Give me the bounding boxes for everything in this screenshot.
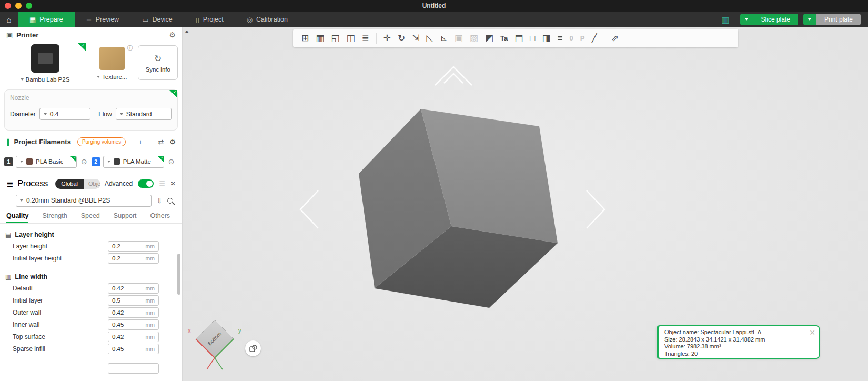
tab-prepare[interactable]: ▦ Prepare — [18, 12, 75, 27]
view-reset-button[interactable] — [245, 340, 261, 356]
minimize-window-button[interactable] — [15, 3, 22, 9]
param-unit: mm — [146, 255, 155, 262]
tab-label: Device — [152, 16, 172, 23]
param-label: Inner wall — [13, 321, 108, 328]
tab-others[interactable]: Others — [150, 212, 170, 223]
sync-filament-icon[interactable]: ⇄ — [158, 138, 164, 146]
filament-rows: 1 PLA Basic ⊙ 2 PLA Matte ⊙ — [0, 155, 182, 168]
workflow-icon[interactable]: ▥ — [721, 15, 729, 25]
close-window-button[interactable] — [5, 3, 11, 9]
process-icon: ≣ — [6, 179, 13, 189]
scope-objects-button[interactable]: Objects — [84, 179, 100, 189]
flow-value: Standard — [126, 111, 152, 118]
axis-gizmo[interactable]: Bottom x y — [188, 320, 241, 369]
param-row: Initial layer 0.5 mm — [0, 294, 182, 306]
group-title: Line width — [15, 273, 47, 280]
filament-1-select[interactable]: PLA Basic — [16, 156, 77, 168]
process-section-title: Process — [17, 179, 48, 188]
chevron-down-icon — [20, 199, 23, 202]
info-icon[interactable]: ⓘ — [127, 44, 133, 52]
project-icon: ▯ — [196, 16, 199, 24]
home-button[interactable]: ⌂ — [0, 12, 18, 27]
scope-global-button[interactable]: Global — [55, 179, 84, 189]
tab-label: Calibration — [256, 16, 288, 23]
compare-presets-icon[interactable]: ✕ — [170, 180, 176, 187]
param-value: 0.2 — [112, 255, 146, 262]
param-label: Layer height — [13, 243, 108, 250]
nozzle-flow-select[interactable]: Standard — [116, 108, 172, 120]
top-surface-line-width-input[interactable]: 0.42 mm — [108, 332, 159, 342]
printer-name: Bambu Lab P2S — [26, 76, 70, 83]
print-options-dropdown[interactable] — [803, 14, 816, 25]
tab-quality[interactable]: Quality — [6, 212, 28, 223]
tab-strength[interactable]: Strength — [42, 212, 67, 223]
build-plate-thumbnail — [99, 47, 125, 70]
filament-2-select[interactable]: PLA Matte — [103, 156, 164, 168]
zoom-window-button[interactable] — [26, 3, 32, 9]
process-preset-select[interactable]: 0.20mm Standard @BBL P2S — [16, 195, 152, 207]
purging-volumes-button[interactable]: Purging volumes — [77, 137, 126, 146]
param-unit: mm — [146, 346, 155, 352]
param-unit: mm — [146, 322, 155, 328]
model-cube[interactable] — [359, 109, 558, 308]
param-input[interactable] — [108, 363, 159, 374]
filament-2-edit-icon[interactable]: ⊙ — [168, 157, 175, 166]
tab-support[interactable]: Support — [114, 212, 137, 223]
add-filament-button[interactable]: + — [138, 138, 143, 146]
filament-1-badge: 1 — [4, 157, 13, 166]
search-settings-icon[interactable] — [167, 198, 173, 204]
inner-wall-line-width-input[interactable]: 0.45 mm — [108, 319, 159, 330]
param-row: Outer wall 0.42 mm — [0, 306, 182, 318]
parameter-list-icon[interactable]: ☰ — [159, 180, 165, 188]
layer-height-input[interactable]: 0.2 mm — [108, 241, 159, 252]
advanced-toggle[interactable] — [138, 179, 154, 188]
sparse-infill-line-width-input[interactable]: 0.45 mm — [108, 344, 159, 354]
filaments-section-header: ∥ Project Filaments Purging volumes + − … — [0, 135, 182, 148]
initial-layer-line-width-input[interactable]: 0.5 mm — [108, 295, 159, 306]
param-row: Default 0.42 mm — [0, 282, 182, 294]
param-value: 0.45 — [112, 322, 146, 328]
orbit-icon — [249, 344, 257, 353]
printer-section-header: ▣ Printer ⚙ — [0, 27, 182, 42]
print-plate-button[interactable]: Print plate — [816, 14, 861, 25]
chevron-down-icon — [745, 18, 748, 21]
plate-select-card[interactable]: Texture... ⓘ — [90, 43, 134, 86]
sync-info-label: Sync info — [146, 66, 170, 73]
param-value: 0.42 — [112, 334, 146, 340]
sync-info-button[interactable]: ↻ Sync info — [138, 45, 178, 80]
chevron-down-icon — [107, 161, 110, 163]
process-section-header: ≣ Process Global Objects Advanced ☰ ✕ — [0, 177, 182, 190]
tab-project[interactable]: ▯ Project — [184, 12, 235, 27]
printer-settings-gear-icon[interactable]: ⚙ — [169, 31, 176, 39]
slice-plate-button[interactable]: Slice plate — [753, 14, 798, 25]
param-label: Initial layer height — [13, 255, 108, 262]
save-preset-icon[interactable]: ⇩ — [156, 196, 163, 205]
default-line-width-input[interactable]: 0.42 mm — [108, 283, 159, 294]
device-icon: ▭ — [142, 16, 148, 24]
flow-label: Flow — [98, 111, 112, 118]
tab-preview[interactable]: ≣ Preview — [75, 12, 130, 27]
close-icon[interactable]: ✕ — [809, 328, 815, 337]
printer-cards: Bambu Lab P2S Texture... ⓘ ↻ Sync info — [0, 43, 182, 86]
printer-synced-check-icon — [78, 43, 86, 51]
printer-select-card[interactable]: Bambu Lab P2S — [4, 43, 86, 86]
param-unit: mm — [146, 334, 155, 340]
nozzle-diameter-select[interactable]: 0.4 — [39, 108, 91, 120]
tab-calibration[interactable]: ◎ Calibration — [235, 12, 299, 27]
printer-thumbnail — [31, 44, 59, 73]
sidebar-scrollbar[interactable] — [177, 254, 180, 295]
home-icon: ⌂ — [6, 15, 11, 24]
param-label: Sparse infill — [13, 345, 108, 353]
filament-settings-gear-icon[interactable]: ⚙ — [169, 138, 176, 146]
slice-options-dropdown[interactable] — [740, 14, 753, 25]
outer-wall-line-width-input[interactable]: 0.42 mm — [108, 307, 159, 318]
remove-filament-button[interactable]: − — [148, 138, 153, 146]
axis-y-label: y — [238, 327, 241, 334]
filament-1-edit-icon[interactable]: ⊙ — [81, 157, 87, 166]
param-row: Initial layer height 0.2 mm — [0, 252, 182, 264]
viewport-3d[interactable]: ◂▸ ⊞ ▦ ◱ ◫ ≣ ✛ ↻ ⇲ ◺ ⊾ ▣ ▨ ◩ Ta ▤ □ ◨ ≡ … — [183, 27, 868, 381]
tab-device[interactable]: ▭ Device — [130, 12, 184, 27]
filaments-icon: ∥ — [6, 138, 10, 146]
initial-layer-height-input[interactable]: 0.2 mm — [108, 253, 159, 264]
tab-speed[interactable]: Speed — [81, 212, 100, 223]
